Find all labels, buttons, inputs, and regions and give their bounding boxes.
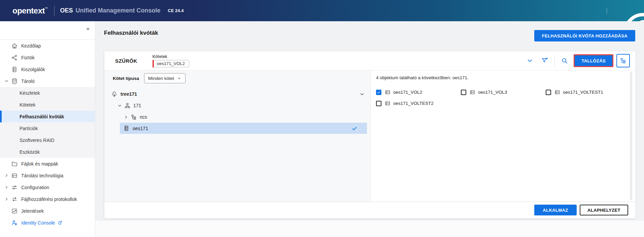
sidebar-item-fajlhozzaferesi-protokollok[interactable]: Fájlhozzáférési protokollok <box>0 193 95 205</box>
volume-icon <box>385 89 391 95</box>
hierarchy-icon <box>131 114 137 120</box>
clear-filter-icon[interactable] <box>541 57 548 64</box>
card-footer: ALKALMAZ ALAPHELYZET <box>104 202 636 218</box>
servers-icon <box>11 66 18 73</box>
chevron-right-icon[interactable] <box>4 185 9 190</box>
sidebar-item-kiszolgalok[interactable]: Kiszolgálók <box>0 63 95 75</box>
sidebar-item-particiok[interactable]: Partíciók <box>0 122 95 134</box>
header-divider <box>54 6 55 16</box>
chevron-down-icon <box>177 76 181 81</box>
volume-icon <box>470 89 475 95</box>
home-icon <box>11 42 18 49</box>
volumes-filter-field: Kötetek oes171_VOL2 <box>152 54 189 67</box>
exchange-arrows-icon <box>11 196 18 203</box>
sidebar-item-tarolo[interactable]: Tároló <box>0 75 95 87</box>
scrollbar[interactable] <box>630 72 632 200</box>
filters-label: SZŰRŐK <box>115 58 137 64</box>
tree-node-root[interactable]: tree171 <box>104 88 370 100</box>
external-link-icon <box>58 220 63 225</box>
sidebar-item-configuration[interactable]: Configuration <box>0 181 95 193</box>
sidebar: « Kezdőlap Fürtök Kiszolgálók Tároló <box>0 21 95 237</box>
add-user-quota-button[interactable]: FELHASZNÁLÓI KVÓTA HOZZÁADÁSA <box>534 30 635 41</box>
volume-item-oes171-vol2[interactable]: oes171_VOL2 <box>376 89 461 95</box>
volume-list: oes171_VOL2 oes171_VOL3 oes171_VOLTEST1 <box>376 89 636 106</box>
page-background <box>95 221 644 237</box>
sidebar-collapse-strip: « <box>0 21 95 40</box>
header-actions <box>592 7 644 14</box>
chevron-right-icon[interactable] <box>4 173 9 178</box>
sidebar-item-keszletek[interactable]: Készletek <box>0 87 95 99</box>
chevron-right-icon[interactable] <box>124 115 129 120</box>
tree-view-toggle-button[interactable] <box>616 54 630 67</box>
header-actions-divider <box>607 8 607 14</box>
identity-user-gear-icon <box>11 219 18 226</box>
sidebar-item-fajlok-es-mappak[interactable]: Fájlok és mappák <box>0 158 95 170</box>
chip-label: oes171_VOL2 <box>154 60 189 67</box>
storage-icon <box>11 78 18 85</box>
org-unit-icon <box>124 102 131 109</box>
tree-node-171[interactable]: 171 <box>104 100 370 111</box>
sliders-icon <box>11 184 18 191</box>
chevron-down-icon[interactable] <box>117 103 122 108</box>
sidebar-item-identity-console[interactable]: Identity Console <box>0 217 95 229</box>
sidebar-collapse-button[interactable]: « <box>87 25 90 32</box>
volume-item-oes171-voltest1[interactable]: oes171_VOLTEST1 <box>546 89 631 95</box>
results-panel: 4 objektum található a következőben: oes… <box>371 70 636 202</box>
checkbox[interactable] <box>376 90 381 95</box>
volume-item-oes171-vol3[interactable]: oes171_VOL3 <box>461 89 546 95</box>
volume-item-oes171-voltest2[interactable]: oes171_VOLTEST2 <box>376 100 461 106</box>
opentext-logo: opentext™ <box>12 6 48 16</box>
sidebar-item-kotetek[interactable]: Kötetek <box>0 99 95 111</box>
controls-divider <box>554 55 555 67</box>
sidebar-item-jelentesek[interactable]: Jelentések <box>0 205 95 217</box>
tree-panel: Kötet típusa Minden kötet tree171 <box>104 70 371 202</box>
sidebar-item-kezdolap[interactable]: Kezdőlap <box>0 40 95 52</box>
chevron-down-icon[interactable] <box>359 91 365 97</box>
chevron-spacer <box>4 220 9 226</box>
browser-content: Kötet típusa Minden kötet tree171 <box>104 70 636 202</box>
sidebar-item-felhasznaloi-kvotak[interactable]: Felhasználói kvóták <box>0 111 95 122</box>
tree-icon <box>111 91 117 97</box>
trademark: ™ <box>45 7 48 10</box>
user-quota-filter-card: SZŰRŐK Kötetek oes171_VOL2 TALLÓZÁS <box>104 51 636 218</box>
help-icon[interactable] <box>592 7 600 14</box>
volume-type-dropdown[interactable]: Minden kötet <box>144 73 185 83</box>
apply-button[interactable]: ALKALMAZ <box>534 205 577 215</box>
top-header-bar: opentext™ OES Unified Management Console… <box>0 0 644 21</box>
folder-icon <box>11 160 18 167</box>
volume-type-row: Kötet típusa Minden kötet <box>104 70 370 86</box>
server-icon <box>123 125 130 131</box>
checkbox[interactable] <box>376 101 381 106</box>
sidebar-item-tarolasi-technologia[interactable]: Tárolási technológia <box>0 170 95 181</box>
collapse-filters-chevron-icon[interactable] <box>526 57 534 64</box>
tree-node-ncs[interactable]: ncs <box>104 111 370 123</box>
sidebar-item-eszkozok[interactable]: Eszközök <box>0 146 95 158</box>
chevron-spacer <box>4 161 9 167</box>
user-icon[interactable] <box>614 7 621 14</box>
selected-check-icon <box>351 125 358 131</box>
cluster-icon <box>11 54 18 61</box>
volume-icon <box>554 89 560 95</box>
sidebar-item-szoftveres-raid[interactable]: Szoftveres RAID <box>0 134 95 146</box>
product-name: Unified Management Console <box>76 7 161 14</box>
chevron-spacer <box>4 43 9 49</box>
checkbox[interactable] <box>461 90 466 95</box>
volumes-field-label: Kötetek <box>152 54 189 59</box>
object-tree: tree171 171 ncs <box>104 86 370 134</box>
tree-node-oes171-selected[interactable]: oes171 <box>120 123 367 134</box>
reports-chart-icon <box>11 208 18 214</box>
checkbox[interactable] <box>546 90 551 95</box>
chevron-right-icon[interactable] <box>4 197 9 202</box>
volume-type-label: Kötet típusa <box>113 76 139 81</box>
search-icon[interactable] <box>561 57 568 64</box>
chevron-spacer <box>4 55 9 60</box>
volume-filter-chip[interactable]: oes171_VOL2 <box>152 60 189 67</box>
product-name-bold: OES <box>60 7 73 14</box>
sidebar-item-furtok[interactable]: Fürtök <box>0 52 95 63</box>
volume-icon <box>385 100 391 106</box>
main-area: Felhasználói kvóták FELHASZNÁLÓI KVÓTA H… <box>95 21 644 237</box>
user-menu-chevron-icon[interactable] <box>628 8 634 14</box>
browse-button[interactable]: TALLÓZÁS <box>574 54 613 67</box>
reset-button[interactable]: ALAPHELYZET <box>580 205 628 215</box>
chevron-down-icon[interactable] <box>4 79 9 84</box>
